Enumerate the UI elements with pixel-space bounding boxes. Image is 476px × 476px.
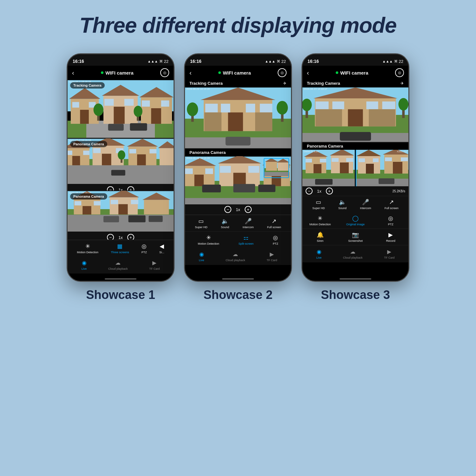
wifi-dot-1 (101, 71, 103, 74)
nav-card-3[interactable]: ▶ TF Card (384, 248, 394, 259)
si-label-1: Si... (159, 251, 164, 254)
app-header-2: ‹ WIFI camera ◎ (185, 66, 291, 80)
svg-rect-55 (94, 201, 101, 206)
action-motion-1[interactable]: ✳ Motion Detection (77, 243, 99, 254)
svg-rect-24 (130, 123, 147, 131)
timestamp-3b2: Koi01-211 (397, 150, 407, 153)
card-label-2: TF Card (267, 259, 277, 262)
svg-point-81 (277, 101, 288, 115)
record-grid-label-3: Record (386, 239, 395, 242)
action-ptz-1[interactable]: ◎ PTZ (142, 243, 147, 254)
grid-siren-3[interactable]: 🔔 Siren (302, 229, 338, 245)
action-screens-1[interactable]: ▦ Three screens (111, 243, 129, 254)
nav-live-2[interactable]: ◉ Live (199, 251, 204, 262)
target-icon-3[interactable]: ◎ (395, 68, 404, 77)
ptz-grid-icon-3: ◎ (388, 215, 393, 222)
svg-rect-147 (366, 164, 374, 174)
nav-cloud-3[interactable]: ☁ Cloud playback (343, 248, 363, 259)
action-intercom-3[interactable]: 🎤 Intercom (360, 199, 371, 210)
camera-section-1a: 2024-06-2 16:16:16 Tracking Camera (68, 80, 174, 138)
live-label-3: Live (316, 256, 322, 259)
action-superhd-3[interactable]: ▭ Super HD (312, 199, 325, 210)
app-header-1: ‹ WIFI camera ◎ (68, 66, 174, 80)
action-ptz-2[interactable]: ◎ PTZ (273, 234, 278, 245)
superhd-label-2: Super HD (195, 226, 208, 229)
svg-rect-60 (131, 200, 138, 204)
zoom-minus-1c[interactable]: − (107, 234, 114, 240)
house-scene-3a (302, 87, 408, 142)
back-arrow-1[interactable]: ‹ (72, 69, 74, 76)
superhd-icon-2: ▭ (198, 218, 204, 225)
zoom-minus-3[interactable]: − (306, 188, 313, 195)
action-bar-2-top: ▭ Super HD 🔈 Sound 🎤 Intercom ↗ Full scr… (185, 215, 291, 231)
zoom-val-1b: 1x (118, 188, 123, 191)
phones-row: 16:16 ▲▲▲ ⌘ 22 ‹ WIFI camera ◎ (67, 53, 409, 302)
original-grid-icon-3: ◯ (352, 215, 359, 222)
signal-icon-3: ▲▲▲ (382, 59, 393, 63)
camera-section-1c: 2024-06-2 16:16:16 Panorama Camera (68, 191, 174, 240)
svg-rect-155 (379, 178, 394, 184)
zoom-val-1c: 1x (118, 235, 123, 240)
back-arrow-3[interactable]: ‹ (307, 69, 309, 76)
action-fullscreen-3[interactable]: ↗ Full screen (385, 199, 399, 210)
svg-rect-59 (111, 200, 118, 204)
zoom-val-2b: 1x (236, 207, 240, 212)
nav-cloud-2[interactable]: ☁ Cloud playback (226, 251, 245, 262)
wifi-signal-2a: ✈ (283, 81, 287, 86)
nav-live-1[interactable]: ◉ Live (82, 260, 87, 270)
superhd-icon-3: ▭ (316, 199, 321, 206)
screenshot-grid-icon-3: 📷 (352, 231, 359, 238)
action-superhd-2[interactable]: ▭ Super HD (195, 218, 208, 229)
action-sound-3[interactable]: 🔈 Sound (338, 199, 347, 210)
showcase-label-2: Showcase 2 (203, 288, 273, 302)
pip-overlay-2b (264, 158, 289, 178)
home-bar-3 (340, 278, 371, 280)
svg-rect-138 (340, 162, 349, 173)
action-sound-2[interactable]: 🔈 Sound (221, 218, 229, 229)
svg-rect-116 (348, 109, 363, 126)
timestamp-3a: 2024-06-23 16:16:17 (304, 88, 327, 90)
svg-rect-36 (93, 148, 101, 153)
nav-card-1[interactable]: ▶ TF Card (149, 260, 160, 270)
zoom-minus-1b[interactable]: − (107, 186, 114, 191)
grid-ptz-3[interactable]: ◎ PTZ (373, 212, 408, 229)
zoom-plus-2b[interactable]: + (245, 206, 252, 213)
svg-rect-6 (80, 110, 89, 124)
home-bar-2 (222, 278, 254, 280)
camera-section-3a: 2024-06-23 16:16:17 (302, 87, 408, 142)
svg-rect-35 (102, 154, 111, 165)
grid-original-3[interactable]: ◯ Original image (338, 212, 373, 229)
grid-motion-3[interactable]: ✳ Motion Detection (302, 212, 338, 229)
action-si-1[interactable]: ◀ Si... (159, 243, 164, 254)
action-bar-2: ✳ Motion Detection ⚏ Split-screen ◎ PTZ (185, 231, 291, 248)
action-intercom-2[interactable]: 🎤 Intercom (242, 218, 254, 229)
showcase-3-col: 16:16 ▲▲▲ ⌘ 22 ‹ WIFI camera ◎ (301, 53, 409, 302)
zoom-minus-2b[interactable]: − (224, 206, 231, 213)
card-label-1: TF Card (149, 267, 160, 270)
nav-cloud-1[interactable]: ☁ Cloud playback (108, 260, 128, 270)
zoom-plus-1c[interactable]: + (127, 234, 134, 240)
fullscreen-icon-2: ↗ (272, 218, 276, 225)
ptz-icon-2: ◎ (273, 234, 278, 241)
back-arrow-2[interactable]: ‹ (189, 69, 192, 76)
zoom-plus-1b[interactable]: + (127, 186, 134, 191)
target-icon-2[interactable]: ◎ (278, 68, 287, 77)
nav-live-3[interactable]: ◉ Live (316, 248, 322, 259)
signal-icon-1: ▲▲▲ (148, 59, 158, 63)
nav-card-2[interactable]: ▶ TF Card (267, 251, 277, 262)
svg-rect-135 (320, 159, 326, 162)
grid-screenshot-3[interactable]: 📷 Screenshot (338, 229, 373, 245)
svg-rect-133 (314, 164, 321, 173)
grid-record-3[interactable]: ▶ Record (373, 229, 408, 245)
cloud-label-1: Cloud playback (108, 267, 128, 270)
zoom-plus-3[interactable]: + (326, 188, 333, 195)
action-fullscreen-2[interactable]: ↗ Full screen (267, 218, 281, 229)
svg-rect-75 (260, 104, 272, 113)
phone-3: 16:16 ▲▲▲ ⌘ 22 ‹ WIFI camera ◎ (301, 53, 409, 282)
split-icon-2: ⚏ (243, 234, 248, 241)
svg-rect-89 (185, 169, 193, 174)
action-motion-2[interactable]: ✳ Motion Detection (198, 234, 219, 245)
action-split-2[interactable]: ⚏ Split-screen (239, 234, 254, 245)
cloud-label-3: Cloud playback (343, 256, 363, 259)
target-icon-1[interactable]: ◎ (160, 68, 169, 77)
